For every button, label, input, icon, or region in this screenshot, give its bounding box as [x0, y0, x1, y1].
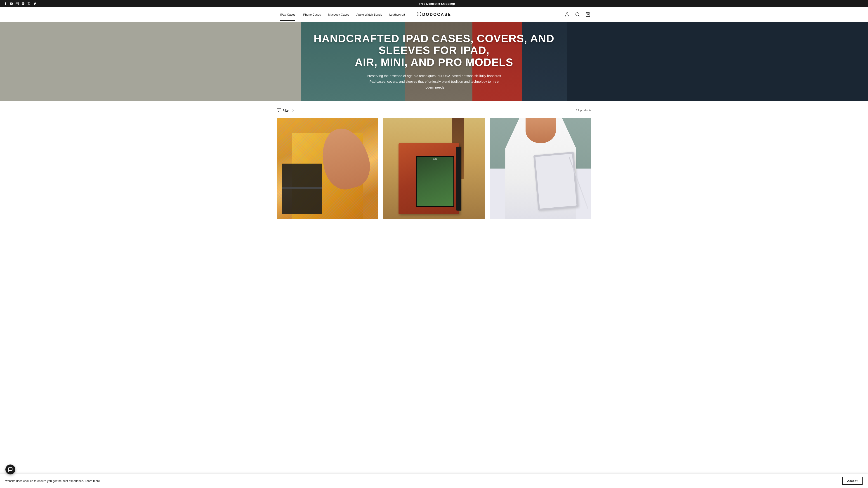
svg-point-7: [576, 13, 579, 16]
apple-watch-bands-link[interactable]: Apple Watch Bands: [353, 8, 386, 21]
facebook-icon[interactable]: [4, 2, 7, 5]
logo-circle-icon: [417, 12, 421, 18]
svg-point-6: [566, 13, 568, 14]
products-section: Filter 21 products: [270, 101, 598, 219]
announcement-bar: Free Domestic Shipping!: [0, 0, 868, 7]
instagram-icon[interactable]: [16, 2, 19, 5]
social-icons-group: [4, 2, 37, 5]
main-nav: iPad Cases iPhone Cases Macbook Cases Ap…: [0, 7, 868, 22]
product-card[interactable]: [490, 118, 591, 219]
pinterest-icon[interactable]: [21, 2, 25, 5]
hero-title: HANDCRAFTED IPAD CASES, COVERS, AND SLEE…: [307, 33, 561, 68]
logo-wordmark: DODOCASE: [422, 12, 451, 17]
product-card[interactable]: 9:41: [383, 118, 485, 219]
filter-label: Filter: [283, 109, 289, 112]
svg-line-8: [579, 15, 579, 16]
svg-point-2: [17, 3, 18, 4]
filter-button[interactable]: Filter: [277, 108, 293, 112]
product-image-wrapper: 9:41: [383, 118, 485, 219]
products-toolbar: Filter 21 products: [277, 108, 591, 112]
hero-content: HANDCRAFTED IPAD CASES, COVERS, AND SLEE…: [298, 33, 569, 90]
iphone-cases-link[interactable]: iPhone Cases: [299, 8, 324, 21]
announcement-text: Free Domestic Shipping!: [42, 2, 832, 5]
product-image-wrapper: [490, 118, 591, 219]
product-card[interactable]: [277, 118, 378, 219]
chevron-right-icon: [291, 109, 294, 111]
account-button[interactable]: [564, 11, 570, 18]
nav-actions: [564, 11, 591, 18]
cart-button[interactable]: [585, 11, 591, 18]
product-grid: 9:41: [277, 118, 591, 219]
vimeo-icon[interactable]: [33, 2, 37, 5]
leathercraft-link[interactable]: Leathercraft: [385, 8, 408, 21]
ipad-cases-link[interactable]: iPad Cases: [277, 8, 299, 21]
filter-icon: [277, 108, 281, 112]
site-logo[interactable]: DODOCASE: [417, 12, 451, 18]
products-count: 21 products: [576, 109, 591, 112]
product-image-wrapper: [277, 118, 378, 219]
macbook-cases-link[interactable]: Macbook Cases: [324, 8, 352, 21]
svg-point-4: [417, 12, 421, 16]
hero-section: HANDCRAFTED IPAD CASES, COVERS, AND SLEE…: [0, 22, 868, 101]
x-twitter-icon[interactable]: [27, 2, 31, 5]
nav-links: iPad Cases iPhone Cases Macbook Cases Ap…: [277, 8, 409, 21]
youtube-icon[interactable]: [9, 2, 13, 5]
svg-point-5: [418, 13, 420, 15]
hero-subtitle: Preserving the essence of age-old techni…: [366, 73, 502, 90]
svg-rect-1: [16, 2, 19, 5]
search-button[interactable]: [574, 11, 581, 18]
